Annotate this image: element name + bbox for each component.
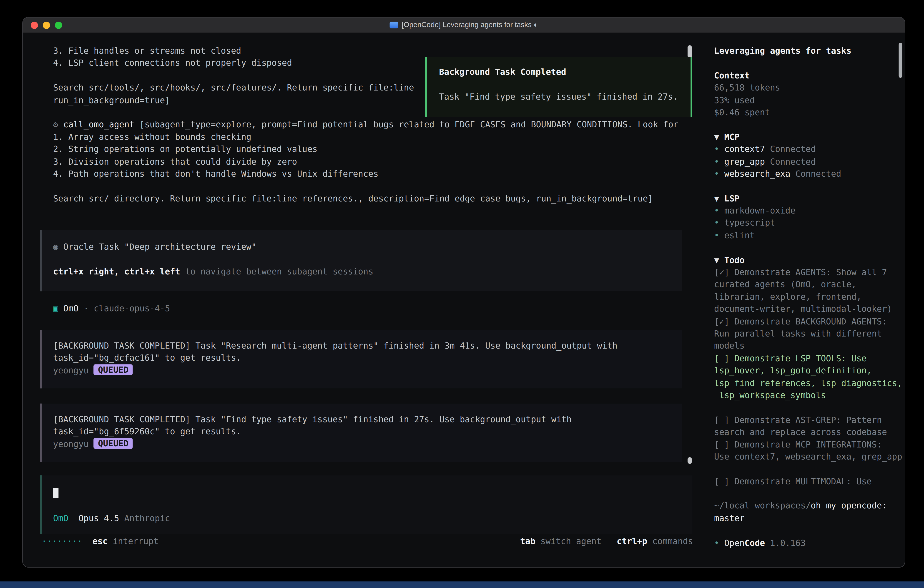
terminal-line: document-writer, multimodal-looker) bbox=[714, 303, 905, 315]
terminal-line: [ ] Demonstrate MULTIMODAL: Use bbox=[714, 475, 905, 487]
terminal-line: task_id="bg_6f59260c" to get results. bbox=[53, 425, 682, 438]
text-segment: Todo bbox=[724, 255, 745, 264]
traffic-lights bbox=[31, 18, 62, 33]
text-segment: • bbox=[714, 169, 724, 178]
text-segment: Run parallel tasks with different bbox=[714, 329, 882, 339]
terminal-line bbox=[714, 119, 905, 131]
terminal-line: Background Task Completed bbox=[439, 66, 690, 78]
terminal-line: ▼ Todo bbox=[714, 254, 905, 266]
text-segment: yeongyu bbox=[53, 439, 94, 449]
text-segment: 33% used bbox=[714, 95, 755, 105]
text-segment: websearch_exa bbox=[724, 169, 790, 178]
text-segment: task_id="bg_dcfac161" to get results. bbox=[53, 353, 241, 363]
terminal-line: Task "Find type safety issues" finished … bbox=[439, 90, 690, 102]
text-segment: [ ] Demonstrate MCP INTEGRATIONS: bbox=[714, 439, 882, 449]
window-title: [OpenCode] Leveraging agents for tasks ◐ bbox=[390, 19, 538, 31]
terminal-line: OmO Opus 4.5 Anthropic bbox=[53, 512, 692, 524]
terminal-line bbox=[53, 500, 692, 512]
text-segment: ▼ bbox=[714, 255, 724, 264]
terminal-line: curated agents (OmO, oracle, bbox=[714, 278, 905, 291]
text-segment: librarian, explore, frontend, bbox=[714, 292, 861, 301]
text-segment: ctrl+p bbox=[617, 536, 647, 546]
background-task-message: [BACKGROUND TASK COMPLETED] Task "Resear… bbox=[40, 330, 682, 388]
terminal-line: lsp_workspace_symbols bbox=[714, 389, 905, 401]
text-segment: claude-opus-4-5 bbox=[94, 303, 170, 313]
scrollbar-thumb[interactable] bbox=[688, 457, 692, 464]
text-segment: curated agents (OmO, oracle, bbox=[714, 279, 856, 289]
minimize-button[interactable] bbox=[43, 21, 50, 29]
text-segment: run_in_background=true] bbox=[53, 95, 170, 105]
terminal-line: Leveraging agents for tasks bbox=[714, 45, 905, 57]
terminal-line: ctrl+x right, ctrl+x left to navigate be… bbox=[53, 265, 682, 277]
desktop: [OpenCode] Leveraging agents for tasks ◐… bbox=[0, 0, 924, 588]
terminal-line: 1. Array access without bounds checking bbox=[53, 131, 686, 143]
statusbar-left: ········ esc interrupt bbox=[41, 535, 158, 547]
terminal-line bbox=[714, 524, 905, 537]
statusbar-right: tab switch agent ctrl+p commands bbox=[520, 535, 693, 547]
terminal-line: • OpenCode 1.0.163 bbox=[714, 537, 905, 549]
titlebar[interactable]: [OpenCode] Leveraging agents for tasks ◐ bbox=[23, 18, 905, 33]
text-segment: tab bbox=[520, 536, 535, 546]
close-button[interactable] bbox=[31, 21, 38, 29]
terminal-line bbox=[53, 180, 686, 192]
text-segment: master bbox=[714, 513, 745, 523]
text-segment: [✓] Demonstrate AGENTS: Show all 7 bbox=[714, 267, 887, 277]
terminal-line bbox=[714, 57, 905, 69]
terminal-line: yeongyu QUEUED bbox=[53, 438, 682, 450]
terminal-line: search and replace across codebase bbox=[714, 426, 905, 438]
text-segment: document-writer, multimodal-looker) bbox=[714, 304, 892, 314]
terminal-line: yeongyu QUEUED bbox=[53, 364, 682, 377]
scrollbar-thumb[interactable] bbox=[688, 45, 692, 58]
terminal-line bbox=[714, 487, 905, 500]
text-segment: Task "Find type safety issues" finished … bbox=[439, 92, 678, 101]
text-segment bbox=[601, 536, 617, 546]
terminal-line bbox=[714, 241, 905, 254]
terminal-line: lsp_find_references, lsp_diagnostics, bbox=[714, 377, 905, 389]
text-segment: Opus 4.5 bbox=[78, 513, 119, 523]
text-segment: [ ] Demonstrate MULTIMODAL: Use bbox=[714, 476, 872, 486]
text-segment: lsp_find_references, lsp_diagnostics, bbox=[714, 378, 902, 387]
text-segment: 3. Division operations that could divide… bbox=[53, 157, 297, 166]
terminal-line bbox=[714, 463, 905, 475]
terminal-line: ⚙ call_omo_agent [subagent_type=explore,… bbox=[53, 119, 686, 131]
terminal-line: • eslint bbox=[714, 229, 905, 241]
terminal-line: [✓] Demonstrate AGENTS: Show all 7 bbox=[714, 266, 905, 278]
terminal-line: • typescript bbox=[714, 217, 905, 229]
queued-badge: QUEUED bbox=[94, 438, 132, 449]
text-segment: $0.46 spent bbox=[714, 107, 770, 117]
text-segment: Use context7, websearch_exa, grep_app bbox=[714, 452, 902, 461]
prompt-input[interactable]: OmO Opus 4.5 Anthropic bbox=[40, 475, 692, 533]
oracle-task-panel[interactable]: ◉ Oracle Task "Deep architecture review"… bbox=[40, 230, 682, 291]
window-title-text: [OpenCode] Leveraging agents for tasks ◐ bbox=[402, 19, 538, 31]
terminal-line: [ ] Demonstrate MCP INTEGRATIONS: bbox=[714, 438, 905, 451]
text-segment: call_omo_agent bbox=[63, 120, 134, 129]
terminal-line: [ ] Demonstrate LSP TOOLS: Use bbox=[714, 352, 905, 365]
sidebar-scrollbar-thumb[interactable] bbox=[899, 43, 903, 78]
text-segment: esc bbox=[92, 536, 108, 546]
zoom-button[interactable] bbox=[55, 21, 62, 29]
text-segment: • bbox=[714, 218, 724, 228]
terminal-line: Run parallel tasks with different bbox=[714, 327, 905, 340]
text-segment: Connected bbox=[765, 157, 816, 166]
text-segment: • bbox=[714, 206, 724, 215]
text-segment: ▼ bbox=[714, 193, 724, 203]
terminal-line: 2. String operations on potentially unde… bbox=[53, 143, 686, 155]
text-segment: 4. LSP client connections not properly d… bbox=[53, 58, 292, 68]
text-segment: Context bbox=[714, 71, 750, 80]
text-segment bbox=[82, 536, 92, 546]
text-segment: 2. String operations on potentially unde… bbox=[53, 144, 317, 154]
terminal-line: Use context7, websearch_exa, grep_app bbox=[714, 451, 905, 463]
text-segment: 66,518 tokens bbox=[714, 83, 780, 92]
terminal-line: $0.46 spent bbox=[714, 106, 905, 119]
text-segment: yeongyu bbox=[53, 365, 94, 375]
text-segment: Oracle Task "Deep architecture review" bbox=[63, 242, 256, 251]
text-segment: Search src/tools/, src/hooks/, src/featu… bbox=[53, 83, 414, 92]
text-segment bbox=[58, 303, 63, 313]
agent-session-header: ▣ OmO · claude-opus-4-5 bbox=[53, 302, 170, 314]
text-segment: MCP bbox=[724, 132, 739, 141]
terminal-line: • websearch_exa Connected bbox=[714, 168, 905, 180]
text-segment: ctrl+x right, ctrl+x left bbox=[53, 266, 180, 276]
terminal-line: 4. Path operations that don't handle Win… bbox=[53, 168, 686, 180]
terminal-line: • markdown-oxide bbox=[714, 205, 905, 217]
terminal-line: • context7 Connected bbox=[714, 143, 905, 155]
